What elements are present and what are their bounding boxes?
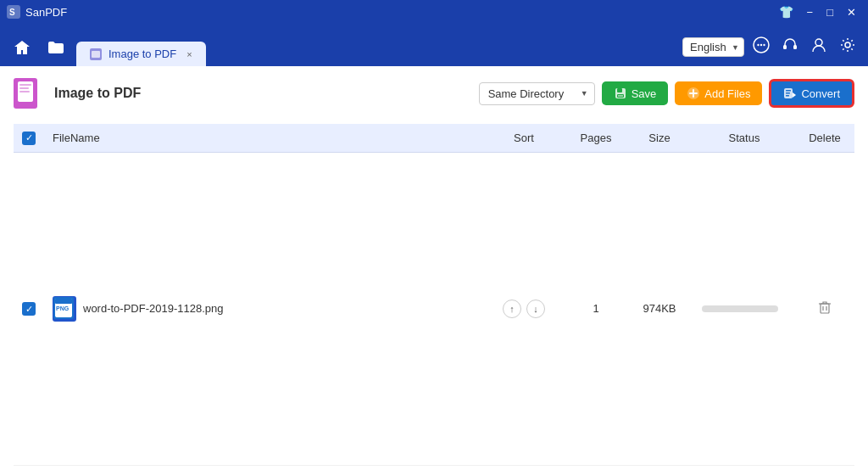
svg-point-7 (763, 44, 765, 46)
col-filename-header: FileName (44, 124, 481, 152)
delete-button[interactable] (817, 303, 832, 317)
page-icon (14, 76, 44, 110)
col-pages-header: Pages (566, 124, 626, 152)
svg-point-5 (757, 44, 759, 46)
col-size-header: Size (626, 124, 693, 152)
app-title: SanPDF (25, 6, 67, 19)
sort-down-button[interactable]: ↓ (526, 300, 545, 318)
svg-rect-25 (786, 95, 789, 97)
row-checkbox[interactable]: ✓ (22, 302, 36, 316)
page-title: Image to PDF (54, 86, 469, 101)
col-delete-header: Delete (795, 124, 854, 152)
user-icon (810, 36, 827, 53)
minimize-button[interactable]: − (802, 5, 819, 20)
png-file-icon: PNG (53, 297, 75, 321)
content-area: Image to PDF Same Directory Custom Direc… (0, 66, 868, 476)
svg-rect-3 (92, 51, 100, 58)
col-sort-header: Sort (481, 124, 566, 152)
filename-text: word-to-PDF-2019-1128.png (83, 302, 223, 315)
folder-button[interactable] (42, 34, 70, 61)
home-button[interactable] (8, 34, 36, 61)
title-bar: S SanPDF 👕 − □ ✕ (0, 0, 868, 24)
title-bar-controls: 👕 − □ ✕ (779, 5, 861, 20)
settings-icon (839, 36, 856, 53)
col-status-header: Status (693, 124, 795, 152)
convert-label: Convert (801, 87, 840, 100)
select-all-checkbox[interactable]: ✓ (22, 132, 36, 145)
col-checkbox-header: ✓ (14, 124, 44, 152)
user-button[interactable] (807, 33, 831, 61)
add-files-label: Add Files (704, 87, 750, 100)
header-controls: Same Directory Custom Directory Save (479, 79, 854, 108)
table-body: ✓ PNG word-to-PDF-2019-1128.png (14, 152, 854, 466)
tab-label: Image to PDF (108, 48, 176, 60)
svg-text:PNG: PNG (56, 305, 70, 311)
add-files-button[interactable]: Add Files (675, 81, 762, 105)
save-label: Save (632, 87, 657, 100)
svg-rect-30 (821, 304, 829, 313)
pdf-file-icon (14, 76, 44, 111)
nav-left (8, 34, 70, 66)
tab-close-button[interactable]: × (186, 49, 192, 59)
svg-rect-8 (783, 45, 787, 49)
content-header: Image to PDF Same Directory Custom Direc… (14, 76, 854, 110)
trash-icon (817, 300, 832, 315)
tab-image-to-pdf[interactable]: Image to PDF × (76, 42, 206, 66)
svg-point-11 (845, 42, 850, 48)
sort-buttons: ↑ ↓ (490, 300, 558, 318)
tab-icon (90, 48, 102, 60)
nav-right: English (682, 33, 860, 66)
tab-area: Image to PDF × (76, 42, 682, 66)
settings-button[interactable] (836, 33, 860, 61)
directory-wrapper: Same Directory Custom Directory (479, 82, 595, 105)
convert-button[interactable]: Convert (769, 79, 854, 108)
svg-rect-14 (19, 84, 31, 86)
directory-select[interactable]: Same Directory Custom Directory (479, 82, 595, 105)
language-wrapper: English (682, 37, 744, 57)
app-icon: S (7, 5, 20, 19)
table-row: ✓ PNG word-to-PDF-2019-1128.png (14, 152, 854, 466)
size-value: 974KB (643, 302, 676, 315)
maximize-button[interactable]: □ (821, 5, 838, 20)
svg-text:S: S (9, 8, 15, 17)
svg-rect-29 (55, 299, 72, 304)
row-sort-cell: ↑ ↓ (481, 152, 566, 466)
pages-value: 1 (593, 302, 598, 315)
close-button[interactable]: ✕ (842, 5, 861, 20)
svg-rect-20 (618, 95, 623, 97)
row-size-cell: 974KB (626, 152, 693, 466)
file-name-wrapper: PNG word-to-PDF-2019-1128.png (53, 296, 473, 322)
folder-icon (47, 38, 65, 57)
row-checkbox-cell: ✓ (14, 152, 44, 466)
file-table: ✓ FileName Sort Pages Size Status Delete… (14, 124, 854, 466)
file-thumbnail: PNG (53, 296, 76, 322)
svg-rect-15 (19, 87, 29, 89)
svg-rect-9 (793, 45, 797, 49)
language-select[interactable]: English (682, 37, 744, 57)
save-button[interactable]: Save (602, 81, 669, 105)
chat-button[interactable] (749, 33, 773, 61)
row-status-cell (693, 152, 795, 466)
svg-rect-18 (617, 88, 622, 92)
progress-bar (702, 305, 778, 312)
save-icon (614, 87, 627, 100)
headset-icon (782, 36, 798, 53)
title-bar-left: S SanPDF (7, 5, 67, 19)
add-icon (687, 87, 700, 100)
nav-bar: Image to PDF × English (0, 24, 868, 66)
row-pages-cell: 1 (566, 152, 626, 466)
convert-icon (783, 87, 797, 100)
svg-rect-16 (19, 91, 30, 92)
svg-point-10 (815, 39, 822, 46)
svg-rect-24 (786, 92, 790, 94)
svg-point-6 (760, 44, 762, 46)
headset-button[interactable] (778, 33, 802, 61)
sort-up-button[interactable]: ↑ (503, 300, 521, 318)
row-filename-cell: PNG word-to-PDF-2019-1128.png (44, 152, 481, 466)
svg-rect-23 (786, 90, 791, 92)
chat-icon (753, 36, 770, 53)
home-icon (13, 38, 31, 57)
table-header: ✓ FileName Sort Pages Size Status Delete (14, 124, 854, 152)
shirt-icon: 👕 (779, 5, 793, 19)
row-delete-cell (795, 152, 854, 466)
